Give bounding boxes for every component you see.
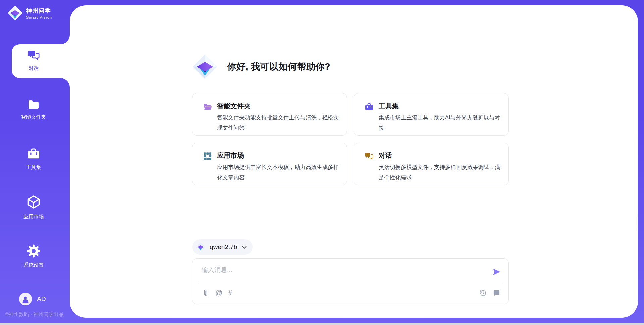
card-title: 工具集 [379,102,399,111]
sidebar-item-label: 工具集 [0,164,67,171]
brand-subtitle: Smart Vision [26,15,52,19]
send-button[interactable] [492,267,501,276]
card-title: 对话 [379,151,392,160]
new-chat-bubble-icon[interactable] [493,289,500,297]
app-window: 你好, 我可以如何帮助你? 智能文件夹 智能文件夹功能支持批量文件上传与清洗，轻… [0,0,644,325]
gear-icon [26,244,41,258]
attach-file-icon[interactable] [202,289,210,297]
chat-bubbles-icon [26,49,41,62]
briefcase-icon [365,102,374,111]
open-folder-icon [203,102,212,112]
mention-icon[interactable]: @ [215,289,222,297]
sidebar-item-label: 对话 [0,65,67,72]
brand-text: 神州问学 Smart Vision [26,7,52,19]
card-description: 灵活切换多模型文件，支持多样回复效果调试，满足个性化需求 [379,162,503,183]
history-icon[interactable] [479,289,487,297]
chat-bubbles-icon [365,152,374,161]
user-account[interactable]: AD [19,292,46,305]
card-title: 应用市场 [217,151,244,160]
active-tab-fillet-top [60,35,70,44]
sidebar-item-label: 应用市场 [0,214,67,220]
card-description: 集成市场上主流工具，助力AI与外界无缝扩展与对接 [379,112,503,133]
cube-icon [26,194,41,210]
message-input[interactable] [202,263,487,277]
card-description: 应用市场提供丰富长文本模板，助力高效生成多样化文章内容 [217,162,342,183]
sidebar-item-label: 系统设置 [0,262,67,268]
card-title: 智能文件夹 [217,102,251,111]
sidebar-item-chat[interactable]: 对话 [0,49,67,72]
card-smart-folder[interactable]: 智能文件夹 智能文件夹功能支持批量文件上传与清洗，轻松实现文件问答 [192,93,347,136]
topic-icon[interactable]: # [228,289,232,297]
main-panel: 你好, 我可以如何帮助你? 智能文件夹 智能文件夹功能支持批量文件上传与清洗，轻… [70,5,638,318]
sidebar-item-label: 智能文件夹 [0,114,67,120]
copyright-text: ©神州数码 · 神州问学出品 [5,311,82,318]
sidebar-item-app-market[interactable]: 应用市场 [0,194,67,220]
sidebar-item-settings[interactable]: 系统设置 [0,244,67,268]
sidebar-item-toolset[interactable]: 工具集 [0,147,67,171]
brand-gem-icon [192,54,218,79]
card-app-market[interactable]: 应用市场 应用市场提供丰富长文本模板，助力高效生成多样化文章内容 [192,143,347,185]
model-selector[interactable]: qwen2:7b [192,239,253,255]
folder-icon [27,98,40,110]
window-bottom-edge [0,323,644,325]
brand-title: 神州问学 [26,7,52,15]
brand-logo-icon [7,5,23,21]
model-name: qwen2:7b [210,243,237,251]
composer-divider [198,283,502,283]
card-toolset[interactable]: 工具集 集成市场上主流工具，助力AI与外界无缝扩展与对接 [354,93,509,136]
composer-toolbar: @ # [202,289,500,297]
brand: 神州问学 Smart Vision [7,5,52,21]
user-initials: AD [37,295,46,303]
greeting: 你好, 我可以如何帮助你? [192,54,330,79]
avatar [19,292,32,305]
app-grid-icon [203,152,212,161]
sidebar-item-smart-folder[interactable]: 智能文件夹 [0,98,67,120]
card-description: 智能文件夹功能支持批量文件上传与清洗，轻松实现文件问答 [217,112,342,133]
sidebar: 神州问学 Smart Vision 对话 智能文件夹 [0,0,70,325]
greeting-text: 你好, 我可以如何帮助你? [227,61,330,73]
active-tab-fillet-bottom [60,78,70,87]
feature-cards: 智能文件夹 智能文件夹功能支持批量文件上传与清洗，轻松实现文件问答 工具集 集成… [192,93,509,185]
briefcase-icon [26,147,41,160]
chevron-down-icon [241,246,247,249]
card-chat[interactable]: 对话 灵活切换多模型文件，支持多样回复效果调试，满足个性化需求 [354,143,509,185]
message-composer: @ # [192,258,509,304]
model-gem-icon [196,242,205,252]
